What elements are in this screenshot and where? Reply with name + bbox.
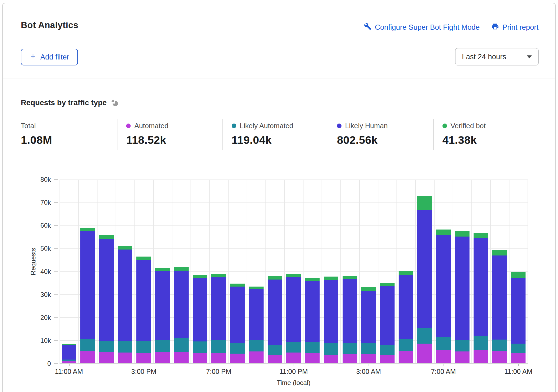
x-tick-mark [69,364,70,366]
segment-verified-bot [211,274,226,277]
y-tick-mark [54,271,58,272]
segment-likely-automated [474,336,488,350]
bar-3-00-pm[interactable] [136,257,151,363]
bars-container [60,180,528,363]
y-tick-label-70k: 70k [31,199,51,206]
header-divider [3,78,555,78]
segment-verified-bot [136,257,151,260]
segment-automated [211,353,226,363]
time-range-dropdown[interactable]: Last 24 hours [455,48,539,65]
bar-slot [322,180,340,363]
segment-automated [436,350,451,363]
y-tick-label-60k: 60k [31,222,51,229]
bar-slot [153,180,172,363]
printer-icon [491,23,499,32]
bar-11-00-pm[interactable] [286,274,301,363]
x-axis-title: Time (local) [60,379,528,387]
bar-8-00-pm[interactable] [230,284,245,363]
x-tick-label-7-00-am: 7:00 AM [422,368,465,376]
bar-1-00-pm[interactable] [99,235,114,363]
bar-10-00-am[interactable] [492,250,507,363]
segment-verified-bot [249,287,264,289]
segment-automated [492,351,507,363]
print-link-label: Print report [502,23,539,32]
segment-likely-automated [118,341,132,353]
bar-11-00-am[interactable] [511,272,526,363]
segment-likely-automated [193,341,207,353]
y-tick-label-30k: 30k [31,291,51,298]
bar-8-00-am[interactable] [455,231,470,363]
bar-7-00-am[interactable] [436,230,451,363]
stat-verified-bot-label: Verified bot [451,122,486,130]
page-title: Bot Analytics [21,20,78,30]
stat-likely-human: Likely Human 802.56k [328,119,433,150]
bar-2-00-pm[interactable] [118,246,132,363]
bar-9-00-pm[interactable] [249,287,264,363]
segment-verified-bot [474,233,488,238]
stat-total: Total 1.08M [21,119,117,150]
segment-verified-bot [230,284,245,287]
bar-12-00-am[interactable] [305,278,320,363]
segment-likely-human [399,275,413,339]
bar-11-00-am[interactable] [62,344,76,363]
segment-verified-bot [174,267,189,271]
likely-automated-legend-dot [232,124,236,128]
bar-6-00-am[interactable] [417,196,432,363]
segment-likely-human [268,280,282,345]
add-filter-button[interactable]: Add filter [21,49,78,65]
bar-1-00-am[interactable] [324,277,338,363]
bar-slot [209,180,228,363]
bar-4-00-pm[interactable] [155,268,170,363]
x-tick-mark [219,364,219,366]
traffic-type-stats: Total 1.08M Automated 118.52k Likely Aut… [21,119,539,150]
bar-2-00-am[interactable] [343,276,357,363]
bar-4-00-am[interactable] [380,283,395,363]
bar-slot [116,180,134,363]
bar-10-00-pm[interactable] [268,276,282,363]
bar-slot [415,180,434,363]
bar-slot [247,180,265,363]
stat-likely-human-label: Likely Human [345,122,388,130]
configure-super-bot-fight-mode-link[interactable]: Configure Super Bot Fight Mode [364,23,480,32]
bar-9-00-am[interactable] [474,233,488,363]
segment-likely-human [62,345,76,360]
likely-human-legend-dot [337,124,342,128]
segment-automated [417,344,432,363]
bar-7-00-pm[interactable] [211,274,226,363]
y-tick-label-50k: 50k [31,245,51,252]
segment-likely-automated [455,340,470,352]
bar-6-00-pm[interactable] [193,275,207,363]
verified-bot-legend-dot [442,124,447,128]
segment-verified-bot [286,274,301,277]
bar-slot [172,180,191,363]
segment-verified-bot [118,246,132,250]
bar-5-00-pm[interactable] [174,267,189,363]
segment-automated [305,353,320,363]
segment-likely-human [136,260,151,341]
y-tick-mark [54,248,58,249]
y-tick-label-20k: 20k [31,314,51,321]
segment-likely-human [99,239,114,341]
segment-likely-automated [99,341,114,352]
bar-slot [60,180,78,363]
y-tick-label-10k: 10k [31,337,51,344]
segment-likely-automated [80,339,95,351]
segment-likely-human [511,278,526,344]
segment-verified-bot [417,196,432,210]
y-tick-mark [54,179,58,180]
bot-analytics-card: Bot Analytics Configure Super Bot Fight … [2,3,556,392]
segment-automated [230,354,245,363]
x-tick-label-11-00-am: 11:00 AM [47,368,91,376]
segment-verified-bot [343,276,357,279]
print-report-link[interactable]: Print report [491,23,539,32]
bar-3-00-am[interactable] [361,287,376,363]
segment-verified-bot [99,235,114,239]
segment-automated [62,361,76,363]
segment-automated [268,355,282,363]
bar-5-00-am[interactable] [399,271,413,363]
segment-likely-automated [417,328,432,344]
bar-12-00-pm[interactable] [80,228,95,363]
segment-verified-bot [80,228,95,231]
y-tick-label-80k: 80k [31,176,51,183]
segment-likely-automated [380,345,395,355]
